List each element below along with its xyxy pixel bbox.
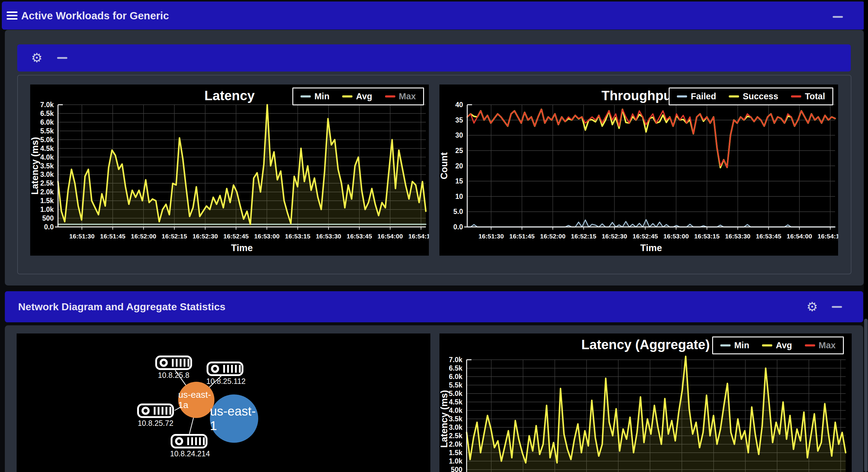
svg-text:16:53:45: 16:53:45 [756, 233, 781, 240]
svg-text:16:52:00: 16:52:00 [131, 233, 156, 240]
legend-item-max[interactable]: Max [805, 340, 836, 350]
legend-item-avg[interactable]: Avg [342, 92, 372, 101]
legend-item-min[interactable]: Min [720, 340, 749, 350]
latency-aggregate-chart[interactable]: 0.05001.0k1.5k2.0k2.5k3.0k3.5k4.0k4.5k5.… [439, 334, 852, 472]
svg-text:Latency (ms): Latency (ms) [439, 390, 450, 447]
legend-swatch [791, 95, 801, 98]
svg-text:16:51:45: 16:51:45 [509, 233, 534, 240]
throughput-chart-canvas[interactable]: 0.05.01015202530354016:51:3016:51:4516:5… [439, 85, 838, 256]
svg-text:5.0: 5.0 [453, 208, 463, 215]
legend-label: Max [399, 92, 416, 101]
svg-text:16:51:30: 16:51:30 [478, 233, 504, 240]
page-scrollbar[interactable] [864, 0, 868, 472]
network-diagram[interactable]: us-east-1a us-east-1 10.8.25.8 1 [17, 334, 430, 472]
host-node[interactable]: 10.8.25.112 [206, 361, 244, 386]
host-node[interactable]: 10.8.25.72 [136, 403, 175, 428]
legend-swatch [805, 344, 815, 346]
zone-label: us-east-1a [178, 390, 214, 410]
svg-text:16:52:45: 16:52:45 [632, 233, 658, 240]
svg-text:16:52:30: 16:52:30 [192, 233, 218, 240]
svg-text:16:53:00: 16:53:00 [254, 233, 280, 240]
svg-text:Time: Time [640, 243, 662, 253]
svg-text:5.5k: 5.5k [449, 381, 462, 389]
legend-item-failed[interactable]: Failed [677, 92, 716, 101]
svg-text:16:52:00: 16:52:00 [540, 233, 565, 240]
legend-swatch [720, 344, 731, 346]
latency-chart[interactable]: 0.05001.0k1.5k2.0k2.5k3.0k3.5k4.0k4.5k5.… [30, 85, 429, 256]
settings-gear-icon[interactable]: ⚙ [31, 52, 42, 64]
zone-node-us-east-1a[interactable]: us-east-1a [178, 382, 214, 418]
host-node[interactable]: 10.8.25.8 [155, 355, 192, 380]
legend-label: Total [805, 92, 825, 101]
legend-swatch [301, 95, 311, 98]
legend-swatch [762, 344, 772, 346]
latency-chart-canvas[interactable]: 0.05001.0k1.5k2.0k2.5k3.0k3.5k4.0k4.5k5.… [30, 85, 429, 256]
svg-text:16:52:30: 16:52:30 [601, 233, 627, 240]
svg-text:3.5k: 3.5k [40, 162, 54, 170]
svg-text:2.0k: 2.0k [449, 440, 462, 448]
svg-text:16:52:15: 16:52:15 [162, 233, 187, 240]
svg-text:6.0k: 6.0k [449, 373, 462, 380]
svg-text:4.0k: 4.0k [40, 153, 54, 161]
svg-text:16:54:15: 16:54:15 [817, 233, 838, 240]
svg-text:16:51:30: 16:51:30 [69, 233, 95, 240]
settings-gear-icon[interactable]: ⚙ [806, 301, 818, 313]
host-ip-label: 10.8.25.112 [206, 377, 244, 386]
svg-text:16:53:30: 16:53:30 [725, 233, 750, 240]
svg-text:16:52:45: 16:52:45 [223, 233, 249, 240]
svg-text:3.5k: 3.5k [449, 415, 462, 423]
svg-text:0.0: 0.0 [44, 223, 54, 231]
svg-text:3.0k: 3.0k [40, 170, 54, 178]
svg-text:1.5k: 1.5k [449, 449, 462, 457]
svg-text:7.0k: 7.0k [40, 101, 54, 109]
svg-text:5.5k: 5.5k [40, 127, 54, 135]
legend-swatch [729, 95, 739, 98]
svg-text:1.0k: 1.0k [40, 205, 54, 213]
throughput-chart[interactable]: 0.05.01015202530354016:51:3016:51:4516:5… [439, 85, 838, 256]
scrollbar-thumb[interactable] [864, 319, 868, 472]
svg-text:16:53:45: 16:53:45 [347, 233, 372, 240]
legend-item-success[interactable]: Success [729, 92, 778, 101]
svg-text:6.0k: 6.0k [40, 118, 54, 126]
svg-text:35: 35 [455, 116, 463, 124]
minimize-icon[interactable] [832, 306, 842, 308]
hamburger-menu-icon[interactable] [7, 10, 18, 22]
svg-text:500: 500 [42, 214, 54, 222]
svg-text:10: 10 [455, 193, 463, 200]
router-icon [137, 403, 174, 418]
legend-swatch [677, 95, 687, 98]
legend: MinAvgMax [292, 88, 424, 105]
svg-text:0.0: 0.0 [453, 223, 463, 231]
network-section-header: Network Diagram and Aggregate Statistics… [5, 291, 863, 322]
svg-text:2.5k: 2.5k [449, 432, 462, 440]
legend-label: Avg [776, 340, 792, 350]
svg-text:6.5k: 6.5k [449, 364, 462, 372]
legend-label: Failed [691, 92, 716, 101]
legend-item-min[interactable]: Min [301, 92, 330, 101]
legend-label: Success [743, 92, 778, 101]
zone-node-us-east-1[interactable]: us-east-1 [210, 395, 258, 443]
svg-text:5.0k: 5.0k [40, 136, 54, 144]
legend-label: Min [734, 340, 749, 350]
legend: FailedSuccessTotal [669, 88, 833, 105]
legend-item-total[interactable]: Total [791, 92, 825, 101]
svg-text:2.5k: 2.5k [40, 179, 54, 187]
svg-text:5.0k: 5.0k [449, 390, 462, 398]
host-node[interactable]: 10.8.24.214 [170, 434, 208, 458]
svg-text:16:52:15: 16:52:15 [571, 233, 596, 240]
router-icon [155, 355, 192, 370]
minimize-icon[interactable] [57, 57, 67, 59]
minimize-icon[interactable] [833, 16, 843, 18]
svg-text:4.5k: 4.5k [40, 144, 54, 153]
svg-text:4.0k: 4.0k [449, 406, 462, 414]
svg-text:1.0k: 1.0k [449, 457, 462, 465]
legend-item-max[interactable]: Max [385, 92, 416, 101]
svg-text:Count: Count [439, 153, 450, 179]
svg-text:16:53:00: 16:53:00 [663, 233, 689, 240]
legend-item-avg[interactable]: Avg [762, 340, 792, 350]
host-ip-label: 10.8.25.8 [155, 371, 192, 380]
router-icon [170, 434, 208, 449]
svg-text:40: 40 [455, 101, 463, 109]
svg-text:6.5k: 6.5k [40, 109, 54, 117]
app-title: Active Workloads for Generic [21, 10, 169, 22]
